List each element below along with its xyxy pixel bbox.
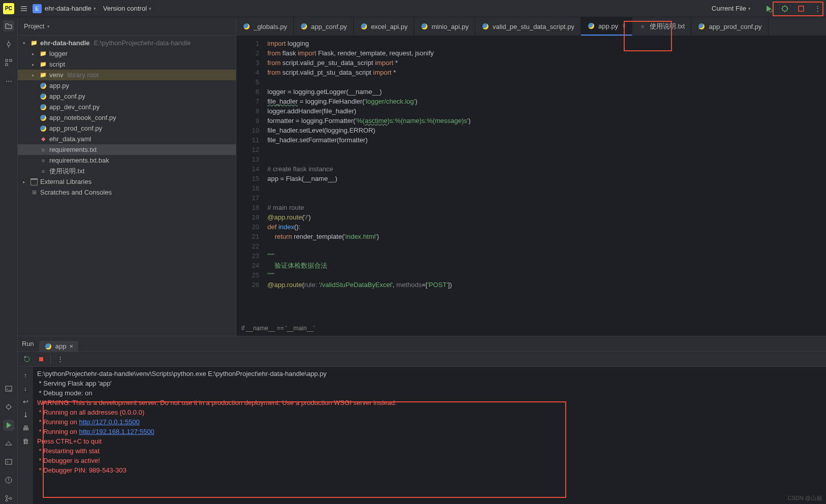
editor-tab[interactable]: minio_api.py — [414, 17, 475, 36]
editor-tabs: _globals.pyapp_conf.pyexcel_api.pyminio_… — [236, 17, 826, 36]
ide-logo: PC — [3, 3, 14, 14]
clear-icon[interactable]: 🗑 — [20, 436, 30, 446]
soft-wrap-icon[interactable]: ↩ — [20, 396, 30, 406]
run-config-tab[interactable]: app × — [39, 341, 78, 352]
python-icon — [481, 22, 490, 30]
svg-rect-9 — [6, 459, 12, 464]
python-icon — [44, 342, 52, 351]
svg-rect-4 — [6, 59, 8, 61]
left-tool-rail: ⋯ — [0, 17, 18, 504]
tree-item[interactable]: ▸📁venvlibrary root — [18, 70, 236, 80]
more-icon[interactable]: ⋮ — [812, 3, 823, 14]
svg-point-0 — [769, 9, 772, 12]
tree-ext-libs[interactable]: ▸External Libraries — [18, 176, 236, 187]
close-tab-icon[interactable]: × — [70, 342, 74, 350]
python-icon — [420, 22, 429, 30]
commit-tool-icon[interactable] — [3, 39, 14, 50]
tree-item[interactable]: app.py — [18, 80, 236, 91]
svg-point-11 — [6, 495, 8, 497]
scroll-up-icon[interactable]: ↑ — [20, 370, 30, 380]
run-with-coverage-icon[interactable] — [763, 3, 774, 14]
tree-item[interactable]: ▸📁logger — [18, 48, 236, 59]
rerun-icon[interactable] — [22, 354, 32, 364]
python-icon — [587, 22, 595, 30]
run-title: Run — [22, 340, 34, 348]
breadcrumb[interactable]: if __name__ == '__main__' — [236, 324, 826, 336]
stop-icon[interactable] — [796, 3, 807, 14]
project-tool-window: Project▾ ▾📁ehr-data-handleE:\pythonProje… — [18, 17, 236, 336]
editor-tab[interactable]: valid_pe_stu_data_script.py — [475, 17, 581, 36]
print-icon[interactable]: 🖶 — [20, 423, 30, 433]
run-gutter: ↑ ↓ ↩ ⤓ 🖶 🗑 — [18, 367, 33, 504]
tree-scratches[interactable]: ⊞Scratches and Consoles — [18, 187, 236, 198]
editor-tab[interactable]: app_conf.py — [294, 17, 354, 36]
tree-item[interactable]: ≡requirements.txt — [18, 144, 236, 155]
python-icon — [300, 22, 308, 30]
stop-run-icon[interactable] — [36, 354, 46, 364]
line-gutter: 1234567891011121314151617181920212223242… — [236, 36, 264, 324]
vcs-tool-icon[interactable] — [3, 493, 14, 504]
run-config-dropdown[interactable]: Current File▾ — [712, 5, 751, 12]
python-icon — [360, 22, 368, 30]
project-panel-header[interactable]: Project▾ — [18, 17, 236, 36]
watermark: CSDN @山崩 — [788, 494, 822, 502]
title-bar: PC E ehr-data-handle▾ Version control▾ C… — [0, 0, 826, 17]
run-more-icon[interactable]: ⋮ — [55, 354, 65, 364]
tree-root[interactable]: ▾📁ehr-data-handleE:\pythonProject\ehr-da… — [18, 38, 236, 48]
tree-item[interactable]: ◆ehr_data.yaml — [18, 134, 236, 144]
editor-tab[interactable]: ≡使用说明.txt — [632, 17, 691, 36]
run-tool-window: Run app × ⋮ ↑ ↓ ↩ ⤓ 🖶 — [18, 336, 826, 504]
tree-item[interactable]: ≡使用说明.txt — [18, 166, 236, 176]
tree-item[interactable]: app_conf.py — [18, 91, 236, 102]
project-tree[interactable]: ▾📁ehr-data-handleE:\pythonProject\ehr-da… — [18, 36, 236, 200]
run-tool-icon[interactable] — [3, 420, 14, 431]
problems-tool-icon[interactable] — [3, 475, 14, 486]
svg-rect-2 — [799, 6, 804, 11]
terminal-tool-icon[interactable] — [3, 456, 14, 467]
svg-rect-6 — [6, 64, 8, 66]
console-link[interactable]: http://127.0.0.1:5500 — [79, 418, 139, 426]
svg-point-8 — [7, 405, 11, 409]
text-icon: ≡ — [638, 22, 647, 30]
tree-item[interactable]: ▸📁script — [18, 59, 236, 70]
scroll-down-icon[interactable]: ↓ — [20, 383, 30, 393]
svg-rect-14 — [39, 357, 43, 361]
vcs-dropdown[interactable]: Version control▾ — [103, 5, 151, 12]
editor-tab[interactable]: excel_api.py — [354, 17, 414, 36]
svg-point-3 — [7, 43, 10, 46]
python-console-icon[interactable] — [3, 383, 14, 394]
structure-tool-icon[interactable] — [3, 57, 14, 68]
tree-item[interactable]: ≡requirements.txt.bak — [18, 155, 236, 166]
services-tool-icon[interactable] — [3, 438, 14, 449]
tree-item[interactable]: app_prod_conf.py — [18, 123, 236, 134]
console-output[interactable]: E:\pythonProject\ehr-data-handle\venv\Sc… — [33, 367, 826, 504]
close-tab-icon[interactable]: × — [622, 22, 626, 29]
more-tools-icon[interactable]: ⋯ — [3, 75, 14, 86]
svg-point-12 — [6, 499, 8, 501]
project-dropdown[interactable]: ehr-data-handle▾ — [45, 5, 96, 12]
debug-tool-icon[interactable] — [3, 401, 14, 413]
project-tool-icon[interactable] — [3, 20, 14, 32]
editor-tab[interactable]: _globals.py — [236, 17, 294, 36]
editor-tab[interactable]: app.py× — [581, 17, 632, 36]
tree-item[interactable]: app_notebook_conf.py — [18, 112, 236, 123]
scroll-to-end-icon[interactable]: ⤓ — [20, 410, 30, 420]
svg-point-13 — [10, 497, 12, 499]
editor-tab[interactable]: app_prod_conf.py — [691, 17, 768, 36]
console-link[interactable]: http://192.168.1.127:5500 — [79, 428, 154, 435]
debug-icon[interactable] — [779, 3, 790, 14]
svg-rect-5 — [10, 59, 12, 61]
main-menu-button[interactable] — [18, 3, 29, 14]
python-icon — [242, 22, 251, 30]
code-editor[interactable]: import loggingfrom flask import Flask, r… — [264, 36, 826, 324]
project-badge: E — [33, 4, 42, 13]
tree-item[interactable]: app_dev_conf.py — [18, 102, 236, 112]
python-icon — [697, 22, 706, 30]
